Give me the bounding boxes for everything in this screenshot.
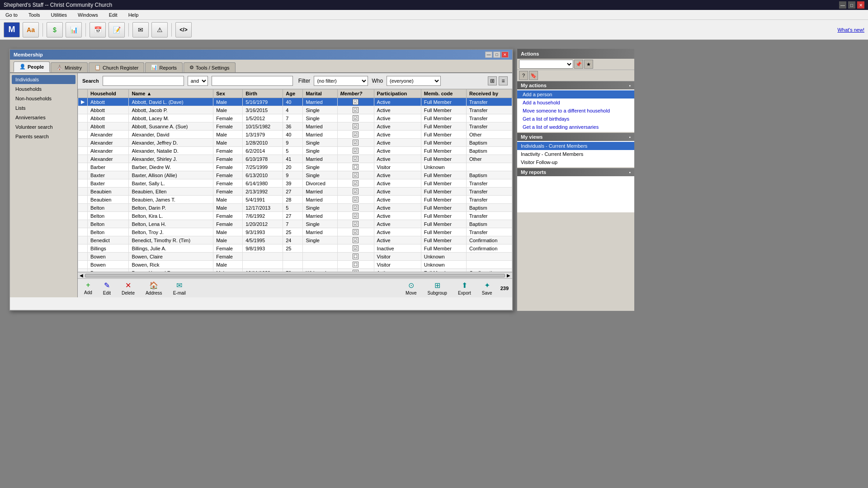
action-move-person[interactable]: Move someone to a different household — [517, 107, 634, 115]
table-row[interactable]: ▶ Abbott Abbott, David L. (Dave) Male 5/… — [78, 98, 512, 106]
member-checkbox[interactable]: ☑ — [353, 131, 359, 137]
title-bar-controls[interactable]: — □ ✕ — [839, 1, 864, 9]
table-row[interactable]: Billings Billings, Julie A. Female 9/8/1… — [78, 244, 512, 253]
member-checkbox[interactable]: ☑ — [353, 180, 359, 186]
tab-church-register[interactable]: 📋 Church Register — [89, 62, 144, 72]
table-row[interactable]: Bowen Bowen, Rick Male ☐ Visitor Unknown — [78, 261, 512, 269]
my-reports-collapse[interactable]: ▪ — [629, 170, 631, 175]
member-checkbox[interactable]: ☑ — [353, 213, 359, 219]
add-button[interactable]: + Add — [81, 280, 95, 296]
menu-goto[interactable]: Go to — [4, 11, 19, 19]
view-individuals-current[interactable]: Individuals - Current Members — [517, 142, 634, 150]
who-select[interactable]: (everyone) — [387, 76, 441, 86]
member-checkbox[interactable]: ☑ — [353, 188, 359, 194]
window-controls[interactable]: — □ ✕ — [485, 52, 509, 58]
bookmark-icon[interactable]: 🔖 — [529, 71, 538, 80]
member-checkbox[interactable]: ☐ — [353, 262, 359, 267]
address-button[interactable]: 🏠 Address — [143, 280, 165, 296]
member-checkbox[interactable]: ☑ — [353, 237, 359, 243]
tab-reports[interactable]: 📊 Reports — [145, 62, 183, 72]
search-input[interactable] — [103, 76, 184, 86]
col-name[interactable]: Name ▲ — [129, 89, 213, 98]
minimize-button[interactable]: — — [839, 1, 846, 9]
member-checkbox[interactable]: ☐ — [353, 164, 359, 170]
table-row[interactable]: Benedict Benedict, Timothy R. (Tim) Male… — [78, 236, 512, 244]
win-close[interactable]: ✕ — [501, 52, 509, 58]
col-marital[interactable]: Marital — [303, 89, 337, 98]
delete-button[interactable]: ✕ Delete — [119, 280, 137, 296]
table-row[interactable]: Abbott Abbott, Lacey M. Female 1/5/2012 … — [78, 114, 512, 122]
sidebar-item-parents-search[interactable]: Parents search — [12, 132, 75, 141]
member-checkbox[interactable]: ☑ — [353, 140, 359, 145]
table-row[interactable]: Alexander Alexander, David Male 1/3/1979… — [78, 131, 512, 139]
sidebar-item-individuals[interactable]: Individuals — [12, 75, 75, 84]
move-button[interactable]: ⊙ Move — [403, 280, 419, 296]
action-add-person[interactable]: Add a person — [517, 90, 634, 99]
maximize-button[interactable]: □ — [848, 1, 855, 9]
tab-ministry[interactable]: ⛪ Ministry — [51, 62, 88, 72]
and-select[interactable]: and — [188, 76, 208, 86]
table-row[interactable]: Belton Belton, Kira L. Female 7/6/1992 2… — [78, 212, 512, 220]
member-checkbox[interactable]: ☑ — [353, 245, 359, 251]
view-inactivity[interactable]: Inactivity - Current Members — [517, 150, 634, 158]
col-received-by[interactable]: Received by — [466, 89, 512, 98]
menu-utilities[interactable]: Utilities — [49, 11, 69, 19]
star-icon[interactable]: ★ — [584, 60, 593, 69]
action-wedding-anniversaries[interactable]: Get a list of wedding anniversaries — [517, 123, 634, 131]
sidebar-item-lists[interactable]: Lists — [12, 103, 75, 113]
table-row[interactable]: Belton Belton, Troy J. Male 9/3/1993 25 … — [78, 228, 512, 236]
win-maximize[interactable]: □ — [493, 52, 500, 58]
table-row[interactable]: Barber Barber, Diedre W. Female 7/25/199… — [78, 163, 512, 171]
tab-tools-settings[interactable]: ⚙ Tools / Settings — [184, 62, 236, 72]
col-arrow[interactable] — [78, 89, 88, 98]
table-row[interactable]: Brown Brown, Howard R. Male 10/11/1939 7… — [78, 269, 512, 272]
member-checkbox[interactable]: ☑ — [353, 156, 359, 162]
email-button[interactable]: ✉ E-mail — [170, 280, 189, 296]
table-row[interactable]: Baxter Baxter, Allison (Allie) Female 6/… — [78, 171, 512, 179]
member-checkbox[interactable]: ☑ — [353, 197, 359, 202]
table-row[interactable]: Alexander Alexander, Jeffrey D. Male 1/2… — [78, 139, 512, 147]
scroll-right-arrow[interactable]: ▶ — [507, 273, 510, 278]
col-memb-code[interactable]: Memb. code — [421, 89, 466, 98]
code-btn[interactable]: </> — [175, 22, 192, 38]
member-checkbox[interactable]: ☑ — [353, 229, 359, 235]
actions-dropdown[interactable] — [519, 60, 573, 69]
close-button[interactable]: ✕ — [857, 1, 864, 9]
notes-btn[interactable]: 📝 — [108, 22, 125, 38]
table-row[interactable]: Beaubien Beaubien, Ellen Female 2/13/199… — [78, 188, 512, 196]
action-birthdays[interactable]: Get a list of birthdays — [517, 115, 634, 123]
sidebar-item-volunteer-search[interactable]: Volunteer search — [12, 122, 75, 131]
member-checkbox[interactable]: ☑ — [353, 221, 359, 227]
table-row[interactable]: Belton Belton, Lena H. Female 1/20/2012 … — [78, 220, 512, 228]
my-actions-collapse[interactable]: ▪ — [629, 83, 631, 88]
calendar-btn[interactable]: 📅 — [90, 22, 106, 38]
table-row[interactable]: Abbott Abbott, Jacob P. Male 3/16/2015 4… — [78, 106, 512, 114]
my-views-collapse[interactable]: ▪ — [629, 135, 631, 140]
table-row[interactable]: Baxter Baxter, Sally L. Female 6/14/1980… — [78, 179, 512, 188]
font-btn[interactable]: Aa — [23, 22, 39, 38]
sidebar-item-households[interactable]: Households — [12, 84, 75, 94]
col-member[interactable]: Member? — [337, 89, 374, 98]
subgroup-button[interactable]: ⊞ Subgroup — [425, 280, 450, 296]
table-row[interactable]: Bowen Bowen, Claire Female ☐ Visitor Unk… — [78, 253, 512, 261]
columns-icon[interactable]: ⊞ — [488, 76, 497, 85]
action-add-household[interactable]: Add a household — [517, 99, 634, 107]
member-checkbox[interactable]: ☑ — [353, 99, 359, 105]
data-table-container[interactable]: Household Name ▲ Sex Birth Age Marital M… — [78, 89, 512, 272]
save-button[interactable]: ✦ Save — [479, 280, 495, 296]
menu-help[interactable]: Help — [127, 11, 141, 19]
alert-btn[interactable]: ⚠ — [151, 22, 168, 38]
table-row[interactable]: Abbott Abbott, Susanne A. (Sue) Female 1… — [78, 122, 512, 131]
logo-btn[interactable]: M — [4, 22, 20, 38]
view-visitor-followup[interactable]: Visitor Follow-up — [517, 158, 634, 166]
col-birth[interactable]: Birth — [243, 89, 283, 98]
menu-windows[interactable]: Windows — [76, 11, 100, 19]
win-minimize[interactable]: — — [485, 52, 492, 58]
email-btn[interactable]: ✉ — [132, 22, 149, 38]
finance-btn[interactable]: $ — [47, 22, 63, 38]
pin-icon[interactable]: 📌 — [574, 60, 583, 69]
col-household[interactable]: Household — [88, 89, 129, 98]
col-age[interactable]: Age — [283, 89, 303, 98]
filter-select[interactable]: (no filter) — [314, 76, 368, 86]
export-button[interactable]: ⬆ Export — [455, 280, 474, 296]
